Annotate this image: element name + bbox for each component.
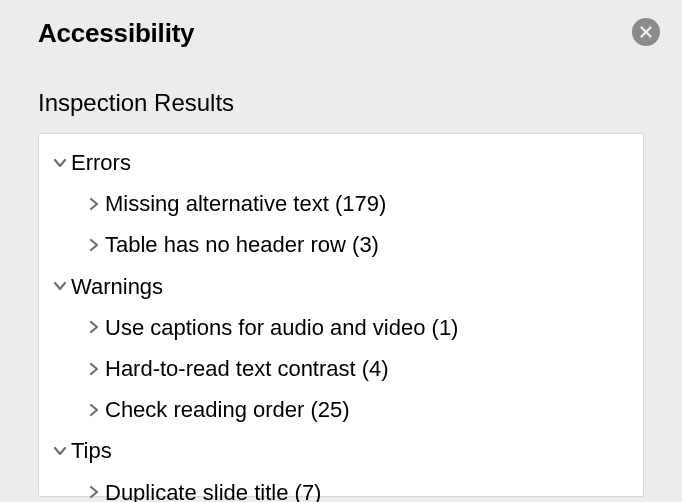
issue-label: Table has no header row bbox=[105, 227, 346, 262]
inspection-results-heading: Inspection Results bbox=[0, 49, 682, 117]
chevron-right-icon bbox=[83, 197, 105, 211]
category-label: Warnings bbox=[71, 269, 163, 304]
issue-count: (1) bbox=[432, 310, 459, 345]
issue-captions[interactable]: Use captions for audio and video (1) bbox=[39, 307, 643, 348]
chevron-right-icon bbox=[83, 362, 105, 376]
chevron-down-icon bbox=[49, 444, 71, 458]
category-tips[interactable]: Tips bbox=[39, 430, 643, 471]
issue-missing-alt-text[interactable]: Missing alternative text (179) bbox=[39, 183, 643, 224]
issue-reading-order[interactable]: Check reading order (25) bbox=[39, 389, 643, 430]
chevron-down-icon bbox=[49, 156, 71, 170]
category-warnings[interactable]: Warnings bbox=[39, 266, 643, 307]
issue-count: (7) bbox=[295, 475, 322, 503]
issue-label: Missing alternative text bbox=[105, 186, 329, 221]
issue-contrast[interactable]: Hard-to-read text contrast (4) bbox=[39, 348, 643, 389]
category-errors[interactable]: Errors bbox=[39, 142, 643, 183]
chevron-down-icon bbox=[49, 279, 71, 293]
chevron-right-icon bbox=[83, 320, 105, 334]
results-panel: Errors Missing alternative text (179) Ta… bbox=[38, 133, 644, 497]
issue-table-no-header[interactable]: Table has no header row (3) bbox=[39, 224, 643, 265]
issue-label: Use captions for audio and video bbox=[105, 310, 425, 345]
pane-header: Accessibility bbox=[0, 18, 682, 49]
issue-count: (25) bbox=[310, 392, 349, 427]
chevron-right-icon bbox=[83, 403, 105, 417]
issue-label: Hard-to-read text contrast bbox=[105, 351, 356, 386]
chevron-right-icon bbox=[83, 238, 105, 252]
issue-label: Duplicate slide title bbox=[105, 475, 288, 503]
issue-label: Check reading order bbox=[105, 392, 304, 427]
accessibility-pane: Accessibility Inspection Results Errors … bbox=[0, 0, 682, 497]
category-label: Tips bbox=[71, 433, 112, 468]
chevron-right-icon bbox=[83, 485, 105, 499]
pane-title: Accessibility bbox=[38, 18, 194, 49]
close-icon bbox=[639, 25, 653, 39]
issue-count: (179) bbox=[335, 186, 386, 221]
close-button[interactable] bbox=[632, 18, 660, 46]
category-label: Errors bbox=[71, 145, 131, 180]
issue-count: (4) bbox=[362, 351, 389, 386]
issue-count: (3) bbox=[352, 227, 379, 262]
issue-duplicate-title[interactable]: Duplicate slide title (7) bbox=[39, 472, 643, 503]
